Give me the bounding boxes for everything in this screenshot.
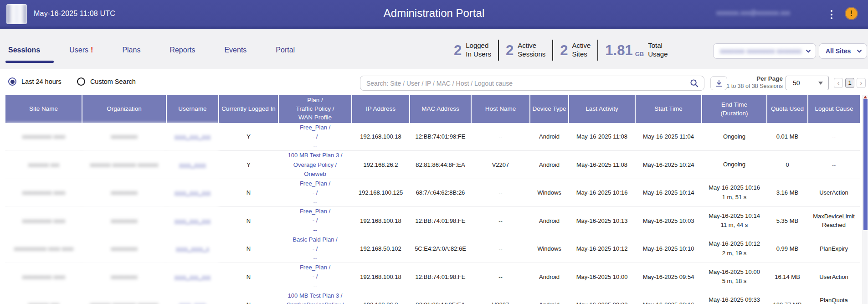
table-row: xxxxxxxxxx xxxx xxxxxxxxx xxxx_xxx_xxx N…: [5, 179, 860, 206]
chevron-down-icon: [857, 48, 862, 54]
plan-policy-links[interactable]: 100 MB Test Plan 3 /Overage Policy /Onew…: [278, 151, 352, 179]
scrollbar-thumb[interactable]: [863, 99, 868, 230]
ip-cell: 192.168.26.2: [352, 151, 410, 179]
col-mac-address: MAC Address: [410, 95, 471, 123]
radio-unselected-icon[interactable]: [77, 77, 85, 86]
last-activity-cell: May-16-2025 11:08: [569, 123, 635, 151]
quota-cell: 0.99 MB: [767, 235, 808, 263]
results-range: 1 to 38 of 38 Sessions: [719, 83, 783, 89]
logout-cause-cell: --: [808, 151, 860, 179]
scroll-up-arrow-icon[interactable]: [863, 96, 867, 98]
end-time-cell: May-16-2025 09:331 h, 16 m, 24 s: [702, 291, 767, 304]
plan-policy-links[interactable]: Free_Plan /- /--: [278, 207, 352, 235]
username-link[interactable]: xxxx_xxxx: [166, 291, 219, 304]
host-cell: V2207: [471, 151, 530, 179]
next-page-button[interactable]: ›: [857, 78, 866, 88]
radio-custom-search[interactable]: Custom Search: [77, 77, 136, 86]
pagination-info: Per Page 1 to 38 of 38 Sessions: [719, 75, 783, 89]
search-icon[interactable]: [690, 79, 699, 88]
plan-policy-links[interactable]: Free_Plan /- /--: [278, 179, 352, 206]
ip-cell: 192.168.50.102: [352, 235, 410, 263]
username-link[interactable]: xxxx_xxx_xxx: [166, 123, 219, 151]
logout-cause-cell: MaxDeviceLimit Reached: [808, 207, 860, 235]
last-activity-cell: May-16-2025 10:00: [569, 263, 635, 291]
tab-users[interactable]: Users!: [69, 46, 93, 54]
session-search: [360, 76, 704, 91]
kebab-menu-icon[interactable]: [828, 8, 835, 21]
site-selector[interactable]: All Sites: [819, 43, 867, 59]
col-logout-cause: Logout Cause: [808, 95, 860, 123]
table-row: xxxxxxxxxx xxxx xxxxxxxxx xxxx_xxx_xxx N…: [5, 207, 860, 235]
quota-cell: 5.35 MB: [767, 207, 808, 235]
user-email-redacted[interactable]: xxxxxxx.xxx@xxxxxxx.xxx: [716, 9, 821, 16]
end-time-cell: May-16-2025 10:1411 m, 44 s: [702, 207, 767, 235]
search-input[interactable]: [360, 80, 690, 87]
start-time-cell: May-16-2025 11:04: [635, 123, 702, 151]
site-name-cell: xxxxxxxxxxx xxxx xxxx: [5, 235, 82, 263]
col-plan-policy-profile: Plan /Traffic Policy /WAN Profile: [278, 95, 352, 123]
ip-cell: 192.168.100.18: [352, 263, 410, 291]
device-cell: Windows: [530, 179, 569, 206]
site-name-cell: xxxxxxxxxx xxxx: [5, 207, 82, 235]
plan-policy-links[interactable]: Basic Paid Plan /- /--: [278, 235, 352, 263]
username-link[interactable]: xxxx_xxx_xxx: [166, 207, 219, 235]
col-organization: Organization: [82, 95, 166, 123]
col-username: Username: [166, 95, 219, 123]
host-cell: --: [471, 235, 530, 263]
plan-policy-links[interactable]: 100 MB Test Plan 3 /CaptiveDevicePolicy …: [278, 291, 352, 304]
organization-cell: xxxxxxx xxxxxxxx xxxxxxx: [82, 291, 166, 304]
tab-events[interactable]: Events: [224, 46, 247, 54]
username-link[interactable]: xxxx_xxx_xxx: [166, 179, 219, 206]
stat-divider: [597, 40, 598, 61]
end-time-cell: Ongoing: [702, 123, 767, 151]
mac-cell: 12:BB:74:01:98:FE: [410, 263, 471, 291]
chevron-down-icon: [806, 48, 811, 54]
mac-cell: 68:7A:64:62:8B:26: [410, 179, 471, 206]
vertical-scrollbar[interactable]: [863, 95, 868, 304]
last-activity-cell: May-16-2025 10:16: [569, 179, 635, 206]
mac-cell: 5C:E4:2A:0A:82:6E: [410, 235, 471, 263]
tab-reports[interactable]: Reports: [169, 46, 195, 54]
username-link[interactable]: xxxx_xxxx: [166, 151, 219, 179]
logged-in-cell: Y: [219, 123, 278, 151]
logout-cause-cell: UserAction: [808, 179, 860, 206]
summary-stats: 2 LoggedIn Users 2 ActiveSessions 2 Acti…: [454, 38, 668, 62]
table-row: xxxxxxx xxx xxxxxxx xxxxxxxx xxxxxxx xxx…: [5, 291, 860, 304]
plan-policy-links[interactable]: Free_Plan /- /--: [278, 263, 352, 291]
per-page-label: Per Page: [719, 75, 783, 82]
top-header-bar: May-16-2025 11:08 UTC Administration Por…: [0, 0, 868, 29]
end-time-cell: May-16-2025 10:122 m, 19 s: [702, 235, 767, 263]
host-cell: V2207: [471, 291, 530, 304]
start-time-cell: May-16-2025 10:03: [635, 207, 702, 235]
tab-sessions[interactable]: Sessions: [8, 46, 40, 54]
plan-policy-links[interactable]: Free_Plan /- /--: [278, 123, 352, 151]
prev-page-button[interactable]: ‹: [834, 78, 843, 88]
tab-plans[interactable]: Plans: [122, 46, 140, 54]
organization-cell: xxxxxxx xxxxxxxx xxxxxxx: [82, 151, 166, 179]
mac-cell: 12:BB:74:01:98:FE: [410, 207, 471, 235]
sessions-table: Site Name Organization Username Currentl…: [5, 95, 860, 304]
table-row: xxxxxxx xxx xxxxxxx xxxxxxxx xxxxxxx xxx…: [5, 151, 860, 179]
logged-in-cell: N: [219, 263, 278, 291]
logout-cause-cell: UserAction: [808, 263, 860, 291]
alert-badge-icon[interactable]: !: [846, 8, 857, 19]
administration-portal-app: May-16-2025 11:08 UTC Administration Por…: [0, 0, 868, 304]
page-size-select[interactable]: 50: [786, 76, 829, 90]
radio-last-24-hours[interactable]: Last 24 hours: [8, 77, 62, 86]
quota-cell: 0.01 MB: [767, 123, 808, 151]
username-link[interactable]: xxxx_xxx_xxx: [166, 263, 219, 291]
last-activity-cell: May-16-2025 11:08: [569, 151, 635, 179]
logo-image-redacted: [6, 4, 27, 24]
logged-in-cell: N: [219, 291, 278, 304]
current-page-button[interactable]: 1: [845, 78, 854, 88]
logged-in-cell: Y: [219, 151, 278, 179]
radio-selected-icon[interactable]: [8, 77, 16, 86]
organization-cell: xxxxxxxxx: [82, 235, 166, 263]
organization-selector[interactable]: xxxxxxx xxxxxxxx xxxxxxx: [713, 43, 816, 59]
time-range-radios: Last 24 hours Custom Search: [8, 77, 136, 86]
col-end-time: End Time(Duration): [702, 95, 767, 123]
tab-portal[interactable]: Portal: [276, 46, 295, 54]
username-link[interactable]: xxxx_xxxx_x: [166, 235, 219, 263]
site-name-cell: xxxxxxxxxx xxxx: [5, 263, 82, 291]
stat-divider: [552, 40, 553, 61]
